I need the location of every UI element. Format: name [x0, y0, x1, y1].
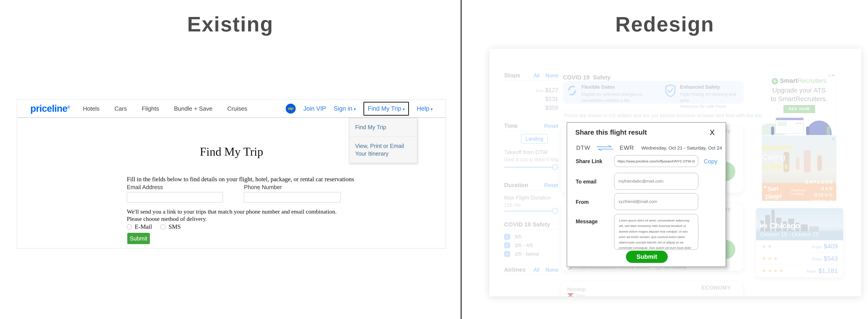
message-label: Message — [576, 219, 598, 225]
takeoff-time-slider[interactable] — [504, 167, 557, 168]
checkbox-checked-icon[interactable]: ✓ — [504, 234, 510, 240]
radio-circle-icon[interactable] — [127, 224, 132, 229]
radio-sms-option[interactable]: SMS — [160, 223, 181, 230]
modal-submit-button[interactable]: Submit — [626, 251, 668, 263]
airlines-filter-header: Airlines AllNone — [504, 266, 558, 273]
close-icon[interactable]: X — [710, 128, 715, 137]
to-email-input[interactable] — [614, 173, 698, 190]
redesign-title: Redesign — [462, 12, 868, 36]
from-label: From — [807, 269, 816, 274]
chicago-dates: October 19 - October 22 — [760, 231, 819, 237]
divider — [504, 274, 558, 275]
nav-item-flights[interactable]: Flights — [142, 105, 159, 112]
duration-title: Duration — [504, 182, 528, 189]
duration-slider[interactable] — [504, 211, 557, 211]
enhanced-safety-title: Enhanced Safety — [680, 84, 744, 90]
hotel-price-row[interactable]: ★★★★ From$1,181 — [756, 265, 843, 277]
duration-reset-link[interactable]: Reset — [544, 182, 558, 188]
cabin-label: ECONOMY — [702, 285, 731, 291]
ad-close-icon[interactable]: ✕ — [831, 137, 835, 142]
destination-code: EWR — [620, 144, 634, 151]
stops-label: Nonstop — [567, 286, 586, 292]
airlines-none-link[interactable]: None — [546, 267, 558, 273]
share-link-input[interactable] — [614, 155, 698, 167]
ad-illustration: ●●● — [762, 115, 836, 135]
smartrecruiters-logo: SSmartRecruiters — [762, 77, 836, 84]
center-divider — [461, 0, 462, 319]
landing-toggle-button[interactable]: Landing — [521, 134, 548, 144]
stops-price-row: from$127 — [504, 87, 558, 94]
help-menu[interactable]: Help▾ — [416, 105, 433, 112]
caret-down-icon: ▾ — [431, 107, 433, 112]
radio-email-option[interactable]: E-Mail — [127, 223, 152, 230]
dropdown-item-view-print-email[interactable]: View, Print or Email Your Itinerary — [349, 137, 417, 163]
message-text: Lorem ipsum dolor sit amet, consectetuer… — [619, 219, 692, 250]
covid-safety-banner: Flexible Dates Eligible for unlimited ch… — [563, 81, 744, 104]
checkbox-checked-icon[interactable]: ✓ — [504, 251, 510, 257]
priceline-logo[interactable]: priceline® — [30, 103, 70, 114]
caret-down-icon: ▾ — [354, 107, 356, 112]
covid-option-label: 3/5 - 4/5 — [515, 242, 533, 249]
phone-field[interactable] — [244, 192, 341, 202]
flight-result-card-partial[interactable]: ECONOMY Nonstop Delta — [561, 281, 744, 296]
email-label: Email Address — [127, 184, 163, 191]
message-textarea[interactable]: Lorem ipsum dolor sit amet, consectetuer… — [614, 214, 698, 250]
find-my-trip-menu[interactable]: Find My Trip▾ — [364, 102, 409, 116]
email-field[interactable] — [127, 192, 223, 202]
stops-price: $131 — [545, 95, 558, 102]
covid-option-row[interactable]: ✓5/5 — [504, 234, 522, 240]
explore-hotels-cta[interactable]: EXPLORESAN DIEGOHOTELS — [805, 179, 833, 201]
circular-arrows-icon — [567, 84, 577, 104]
stops-price-row: $359 — [504, 104, 558, 111]
price-value: $409 — [824, 243, 838, 250]
copy-link-button[interactable]: Copy — [704, 158, 717, 165]
submit-button[interactable]: Submit — [127, 233, 150, 244]
stops-all-link[interactable]: All — [533, 72, 539, 79]
caret-down-icon: ▾ — [403, 107, 405, 112]
star-rating: ★★ — [762, 243, 773, 250]
see-how-button[interactable]: SEE HOW — [783, 105, 815, 113]
covid-option-row[interactable]: ✓2/5 - below — [504, 251, 539, 257]
find-my-trip-dropdown: Find My Trip View, Print or Email Your I… — [349, 118, 417, 163]
comparison-canvas: Existing Redesign priceline® Hotels Cars… — [0, 0, 868, 319]
slider-handle[interactable] — [552, 208, 558, 214]
delivery-note-line1: We'll send you a link to your trips that… — [127, 208, 337, 215]
enhanced-safety-desc: Flight Rating for cleaning and othermeas… — [680, 91, 744, 110]
radio-email-label: E-Mail — [135, 223, 152, 230]
nav-item-hotels[interactable]: Hotels — [83, 105, 100, 112]
covid-option-row[interactable]: ✓3/5 - 4/5 — [504, 242, 533, 249]
stops-filter-header: Stops AllNone — [504, 72, 558, 79]
share-flight-modal: Share this flight result X DTW EWR Wedne… — [567, 122, 726, 267]
stops-price: $359 — [545, 104, 558, 111]
from-input[interactable] — [614, 193, 698, 210]
to-email-label: To email — [576, 179, 596, 185]
covid-option-label: 5/5 — [515, 234, 522, 240]
hotel-price-row[interactable]: ★★★ From$543 — [756, 253, 843, 265]
delivery-note-line2: Please choose method of delivery. — [127, 215, 207, 223]
smartrecruiters-ad[interactable]: ▷✕ SSmartRecruiters Upgrade your ATSto S… — [762, 72, 836, 135]
san-diego-ad[interactable]: ✕ Happiness is Calling You Back ☀San Die… — [762, 136, 836, 201]
airlines-all-link[interactable]: All — [533, 267, 539, 273]
slider-handle[interactable] — [552, 164, 558, 170]
vip-badge-icon: vip — [286, 104, 296, 114]
smartrecruiters-s-icon: S — [772, 78, 778, 84]
stops-none-link[interactable]: None — [546, 72, 558, 79]
page-intro: Fill in the fields below to find details… — [127, 176, 354, 183]
origin-code: DTW — [576, 144, 590, 151]
chicago-hotels-widget[interactable]: Chicago October 19 - October 22 ★★ From$… — [756, 208, 843, 277]
join-vip-link[interactable]: Join VIP — [303, 105, 326, 112]
priceline-navbar: priceline® Hotels Cars Flights Bundle + … — [17, 100, 446, 118]
phone-label: Phone Number — [244, 184, 282, 191]
radio-circle-icon[interactable] — [160, 224, 166, 229]
sign-in-menu[interactable]: Sign in▾ — [334, 105, 356, 112]
nav-item-bundle-save[interactable]: Bundle + Save — [174, 105, 213, 112]
share-link-label: Share Link — [576, 158, 602, 165]
checkbox-checked-icon[interactable]: ✓ — [504, 242, 510, 249]
nav-item-cars[interactable]: Cars — [114, 105, 127, 112]
bed-icon — [760, 223, 767, 229]
existing-screenshot-panel: priceline® Hotels Cars Flights Bundle + … — [17, 99, 446, 249]
nav-item-cruises[interactable]: Cruises — [227, 105, 247, 112]
dropdown-item-find-my-trip[interactable]: Find My Trip — [349, 118, 417, 137]
time-reset-link[interactable]: Reset — [544, 123, 558, 129]
hotel-price-row[interactable]: ★★ From$409 — [756, 240, 843, 253]
